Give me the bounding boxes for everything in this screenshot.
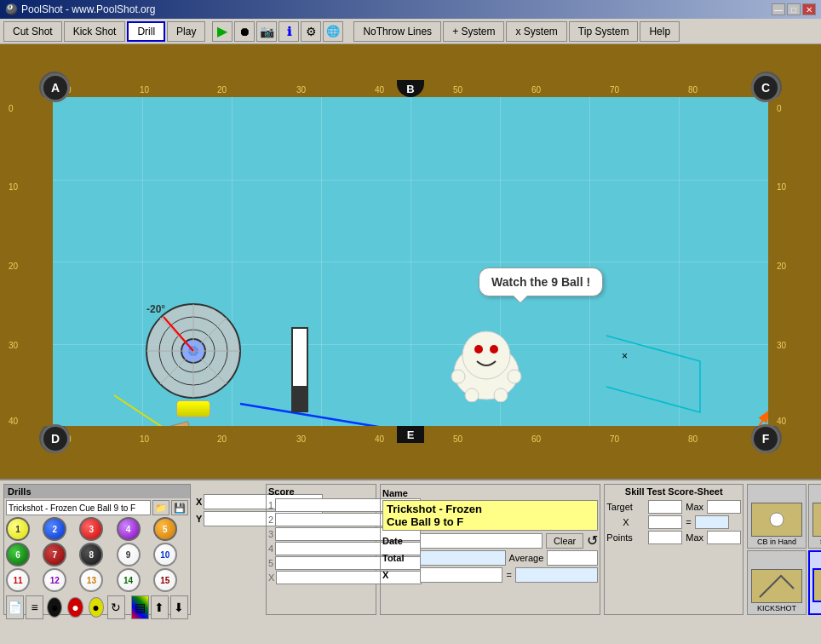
svg-point-23 xyxy=(465,388,479,402)
ball-btn-1[interactable]: 1 xyxy=(6,517,30,541)
total-label: Total xyxy=(382,553,416,563)
thumb-cb-hand[interactable]: CB in Hand xyxy=(747,484,807,549)
ruler-left-30: 30 xyxy=(9,341,18,350)
ball-btn-15[interactable]: 15 xyxy=(153,568,177,592)
minimize-button[interactable]: — xyxy=(772,3,785,15)
pocket-mid-bottom: E xyxy=(397,426,424,443)
ruler-left-0: 0 xyxy=(9,104,14,113)
title-area: 🎱 PoolShot - www.PoolShot.org xyxy=(5,3,155,15)
result-input[interactable] xyxy=(515,567,598,583)
ruler-num-60: 60 xyxy=(531,85,541,95)
drill-folder-btn[interactable]: 📁 xyxy=(152,500,169,515)
ball-grid-2: 6 7 8 9 10 xyxy=(6,543,188,566)
kick-shot-button[interactable]: Kick Shot xyxy=(64,21,126,42)
points-label: Points xyxy=(606,532,645,543)
thumb-scratch[interactable]: SCRATCH SCRATCH xyxy=(808,484,821,549)
eq-skill-label: = xyxy=(686,517,691,527)
play-button[interactable]: Play xyxy=(167,21,205,42)
svg-point-21 xyxy=(451,370,465,383)
red-ball-btn[interactable]: ● xyxy=(67,597,83,618)
ball-grid-3: 11 12 13 14 15 xyxy=(6,568,188,592)
down-btn[interactable]: ⬇ xyxy=(170,595,188,619)
max-input-2[interactable] xyxy=(707,531,741,544)
camera-icon-btn[interactable]: 📷 xyxy=(256,21,277,42)
max-label-2: Max xyxy=(686,532,703,543)
eq-result-input[interactable] xyxy=(695,515,729,529)
web-icon-btn[interactable]: 🌐 xyxy=(323,21,343,42)
thumb-label-kickshot: KICKSHOT xyxy=(757,604,796,612)
x-system-button[interactable]: x System xyxy=(506,21,566,42)
ball-btn-6[interactable]: 6 xyxy=(6,543,30,566)
color-btn[interactable]: ▤ xyxy=(131,595,149,619)
ball-btn-3[interactable]: 3 xyxy=(79,517,103,541)
ruler-num-20: 20 xyxy=(217,85,227,95)
x-score-row: X = xyxy=(268,571,374,584)
ball-btn-14[interactable]: 14 xyxy=(117,568,141,592)
cut-shot-button[interactable]: Cut Shot xyxy=(3,21,62,42)
ball-btn-13[interactable]: 13 xyxy=(79,568,103,592)
list-btn[interactable]: ≡ xyxy=(26,595,43,619)
ball-btn-2[interactable]: 2 xyxy=(43,517,66,541)
date-input[interactable] xyxy=(420,533,543,549)
name-label: Name xyxy=(382,488,416,498)
ruler-left-20: 20 xyxy=(9,262,18,271)
maximize-button[interactable]: □ xyxy=(787,3,801,15)
thumb-combo[interactable]: 3 9 COMBO xyxy=(808,550,821,615)
help-button[interactable]: Help xyxy=(640,21,680,42)
score-num-2: 2 xyxy=(268,515,273,525)
refresh-btn[interactable]: ↻ xyxy=(107,595,125,619)
clear-icon[interactable]: ↺ xyxy=(587,532,598,549)
up-btn[interactable]: ⬆ xyxy=(151,595,169,619)
info-icon-btn[interactable]: ℹ xyxy=(278,21,299,42)
total-input[interactable] xyxy=(420,550,506,566)
ball-btn-9[interactable]: 9 xyxy=(117,543,141,566)
nothrow-button[interactable]: NoThrow Lines xyxy=(353,21,441,42)
felt[interactable]: Watch the 9 Ball ! xyxy=(53,97,768,426)
date-row: Date Clear ↺ xyxy=(382,532,598,549)
tip-system-button[interactable]: Tip System xyxy=(569,21,639,42)
ruler-num-50: 50 xyxy=(453,85,462,95)
svg-point-24 xyxy=(494,388,508,402)
ruler-bot-40: 40 xyxy=(375,434,384,444)
drills-search-input[interactable] xyxy=(6,500,151,515)
target-input[interactable] xyxy=(648,500,682,514)
thumb-kickshot[interactable]: KICKSHOT xyxy=(747,550,807,615)
settings-icon-btn[interactable]: ⚙ xyxy=(301,21,321,42)
points-input[interactable] xyxy=(648,531,682,544)
ruler-num-10: 10 xyxy=(140,85,149,95)
ball-btn-5[interactable]: 5 xyxy=(153,517,177,541)
total-x-input[interactable] xyxy=(420,567,502,583)
ball-btn-8[interactable]: 8 xyxy=(79,543,103,566)
close-button[interactable]: ✕ xyxy=(802,3,816,15)
yellow-ball-btn[interactable]: ● xyxy=(89,597,104,618)
pool-table[interactable]: 0 10 20 30 40 50 60 70 80 B A C E D F 0 … xyxy=(0,44,821,479)
average-input[interactable] xyxy=(547,550,598,566)
play-icon-btn[interactable]: ▶ xyxy=(212,21,233,42)
svg-line-13 xyxy=(240,404,700,426)
points-row: Points Max xyxy=(606,531,741,544)
plus-system-button[interactable]: + System xyxy=(443,21,504,42)
clear-button[interactable]: Clear xyxy=(546,533,583,549)
drill-save-btn[interactable]: 💾 xyxy=(171,500,188,515)
page-btn[interactable]: 📄 xyxy=(6,595,24,619)
ball-btn-4[interactable]: 4 xyxy=(117,517,141,541)
record-icon-btn[interactable]: ⏺ xyxy=(234,21,255,42)
black-ball-btn[interactable]: ● xyxy=(47,597,62,618)
ball-btn-12[interactable]: 12 xyxy=(43,568,66,592)
ball-btn-7[interactable]: 7 xyxy=(43,543,66,566)
svg-point-26 xyxy=(770,513,784,526)
rail-left: 0 10 20 30 40 xyxy=(0,97,53,426)
ball-btn-10[interactable]: 10 xyxy=(153,543,177,566)
drill-button[interactable]: Drill xyxy=(127,21,165,42)
ruler-right-40: 40 xyxy=(777,417,786,426)
x-skill-input[interactable] xyxy=(648,515,682,529)
total-x-row: X = xyxy=(382,567,598,583)
ruler-bot-10: 10 xyxy=(140,434,149,444)
app-icon: 🎱 xyxy=(5,3,18,15)
svg-point-20 xyxy=(490,345,498,354)
ball-btn-11[interactable]: 11 xyxy=(6,568,30,592)
max-input-1[interactable] xyxy=(707,500,741,514)
titlebar: 🎱 PoolShot - www.PoolShot.org — □ ✕ xyxy=(0,0,821,19)
cue-diagram: -20° xyxy=(138,291,249,402)
window-controls[interactable]: — □ ✕ xyxy=(772,3,816,15)
